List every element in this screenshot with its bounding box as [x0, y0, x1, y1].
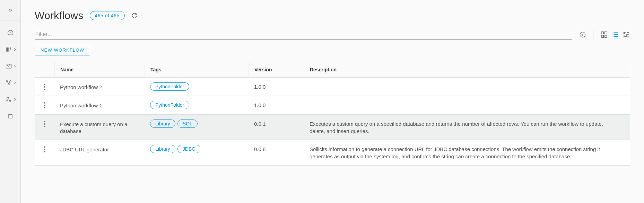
- page-header: Workflows 465 of 465: [35, 10, 630, 21]
- main-content: Workflows 465 of 465 NEW WORKFLOW Name: [21, 0, 644, 203]
- col-tags-header[interactable]: Tags: [145, 62, 249, 77]
- table-row[interactable]: JDBC URL generatorLibraryJDBC0.0.8Sollic…: [35, 140, 630, 165]
- tag[interactable]: Library: [150, 120, 175, 128]
- tag[interactable]: JDBC: [177, 145, 201, 153]
- cell-description: Sollicits information to generate a conn…: [304, 140, 630, 165]
- cell-version: 0.0.1: [249, 115, 304, 132]
- row-actions: [35, 115, 54, 132]
- table-body: Python workflow 2PythonFolder1.0.0Python…: [35, 78, 630, 165]
- col-name-header[interactable]: Name: [54, 62, 145, 77]
- svg-rect-10: [605, 35, 607, 37]
- new-workflow-button[interactable]: NEW WORKFLOW: [35, 45, 90, 55]
- tag[interactable]: Library: [150, 145, 175, 153]
- row-actions: [35, 96, 54, 113]
- library-icon: [5, 45, 13, 54]
- chevron-right-icon: [14, 48, 16, 51]
- filter-row: [35, 29, 630, 40]
- cell-version: 1.0.0: [249, 78, 304, 95]
- cell-tags: PythonFolder: [145, 96, 249, 114]
- svg-point-4: [7, 97, 9, 99]
- info-icon[interactable]: [579, 31, 586, 38]
- cell-name: Python workflow 1: [54, 96, 145, 114]
- tag[interactable]: SQL: [177, 120, 198, 128]
- col-description-header[interactable]: Description: [304, 62, 630, 77]
- cell-description: Executes a custom query on a specified d…: [304, 115, 630, 140]
- sidebar-item-assets[interactable]: [6, 112, 15, 120]
- sidebar-item-library[interactable]: [5, 45, 16, 54]
- row-actions: [35, 140, 54, 157]
- refresh-button[interactable]: [131, 12, 138, 19]
- workflows-table: Name Tags Version Description Python wor…: [35, 62, 630, 166]
- page-title: Workflows: [35, 10, 84, 21]
- tree-view-button[interactable]: [623, 31, 630, 38]
- svg-rect-7: [601, 32, 603, 34]
- chevron-right-icon: [14, 98, 16, 101]
- cell-name: Python workflow 2: [54, 78, 145, 96]
- cylinder-icon: [6, 112, 15, 120]
- cell-description: [304, 96, 630, 106]
- table-header: Name Tags Version Description: [35, 62, 630, 78]
- grid-view-button[interactable]: [600, 31, 608, 38]
- kebab-icon[interactable]: [44, 121, 45, 127]
- sidebar-item-dashboard[interactable]: [6, 29, 15, 37]
- svg-rect-9: [601, 35, 603, 37]
- chevron-right-icon: [14, 81, 16, 84]
- cell-version: 0.0.8: [249, 140, 304, 157]
- kebab-icon[interactable]: [44, 84, 45, 90]
- cell-tags: LibraryJDBC: [145, 140, 249, 158]
- svg-rect-8: [605, 32, 607, 34]
- sidebar: [0, 0, 21, 203]
- expand-icon: [6, 6, 15, 15]
- table-row[interactable]: Execute a custom query on a databaseLibr…: [35, 115, 630, 140]
- table-row[interactable]: Python workflow 1PythonFolder1.0.0: [35, 96, 630, 114]
- col-actions-header: [35, 62, 54, 77]
- divider: [593, 30, 593, 39]
- table-row[interactable]: Python workflow 2PythonFolder1.0.0: [35, 78, 630, 96]
- sidebar-item-activity[interactable]: [5, 62, 16, 70]
- view-toggle: [600, 31, 630, 38]
- sidebar-item-admin[interactable]: [5, 95, 16, 104]
- cell-description: [304, 78, 630, 88]
- tag[interactable]: PythonFolder: [150, 82, 189, 91]
- cell-tags: PythonFolder: [145, 78, 249, 96]
- chevron-right-icon: [14, 65, 16, 68]
- sidebar-item-inventory[interactable]: [5, 79, 16, 87]
- svg-point-1: [6, 81, 7, 82]
- sidebar-expand[interactable]: [0, 6, 20, 20]
- user-gear-icon: [5, 95, 13, 104]
- row-actions: [35, 78, 54, 95]
- cell-version: 1.0.0: [249, 96, 304, 113]
- kebab-icon[interactable]: [44, 102, 45, 108]
- count-badge: 465 of 465: [90, 11, 125, 20]
- cell-name: JDBC URL generator: [54, 140, 145, 158]
- col-version-header[interactable]: Version: [249, 62, 304, 77]
- nodes-icon: [5, 79, 13, 87]
- svg-point-2: [9, 81, 11, 82]
- filter-input[interactable]: [35, 29, 572, 40]
- tag[interactable]: PythonFolder: [150, 101, 189, 109]
- cell-name: Execute a custom query on a database: [54, 115, 145, 140]
- list-view-button[interactable]: [611, 31, 619, 38]
- gauge-icon: [6, 29, 15, 37]
- cell-tags: LibrarySQL: [145, 115, 249, 133]
- kebab-icon[interactable]: [44, 146, 45, 152]
- activity-icon: [5, 62, 13, 70]
